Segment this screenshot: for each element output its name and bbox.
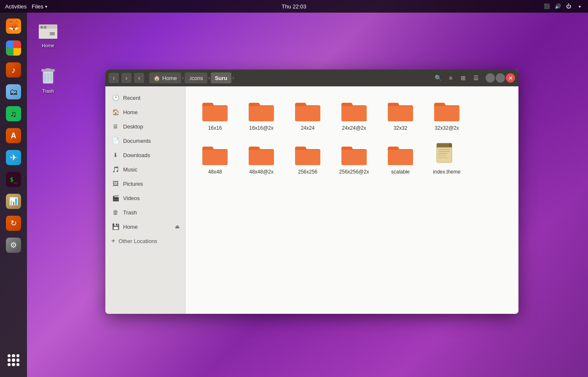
file-label-16x16at2x: 16x16@2x (249, 125, 274, 131)
file-item-32x32at2x[interactable]: 32x32@2x (426, 95, 468, 134)
file-item-48x48at2x[interactable]: 48x48@2x (240, 139, 282, 178)
power-icon[interactable]: ⏻ (565, 3, 572, 10)
folder-icon (433, 98, 460, 123)
update-icon: ↻ (6, 216, 21, 231)
file-item-24x24[interactable]: 24x24 (287, 95, 329, 134)
folder-icon (248, 142, 275, 166)
desktop-icon-trash[interactable]: Trash (31, 62, 65, 96)
svg-rect-17 (438, 155, 447, 156)
file-item-16x16at2x[interactable]: 16x16@2x (240, 95, 282, 134)
sidebar-item-videos[interactable]: 🎬 Videos (105, 191, 185, 205)
file-label-index-theme: index.theme (433, 169, 460, 175)
breadcrumb-suru[interactable]: Suru (211, 72, 232, 83)
sidebar-item-home[interactable]: 🏠 Home (105, 105, 185, 119)
dock-item-slides[interactable]: 📊 (3, 191, 24, 211)
files-icon: 🗂 (6, 84, 21, 99)
downloads-icon: ⬇ (112, 152, 119, 158)
menu-button[interactable]: ☰ (470, 72, 481, 83)
folder-icon (294, 142, 321, 166)
list-view-button[interactable]: ≡ (445, 72, 456, 83)
files-menu-button[interactable]: Files ▾ (32, 3, 47, 10)
application-dock: 🦊 ♪ 🗂 ♫ A ✈ $_ 📊 ↻ ⚙ (0, 13, 27, 377)
dock-item-chrome[interactable] (3, 38, 24, 58)
activities-button[interactable]: Activities (5, 3, 27, 10)
minimize-button[interactable]: — (486, 73, 495, 83)
screen-icon[interactable]: ⬛ (543, 3, 550, 10)
trash-icon-label: Trash (42, 88, 54, 94)
search-button[interactable]: 🔍 (432, 72, 443, 83)
dock-item-spotify[interactable]: ♫ (3, 104, 24, 124)
folder-icon (341, 142, 368, 166)
filemanager-body: 🕐 Recent 🏠 Home 🖥 Desktop 📄 Documents ⬇ … (105, 86, 518, 314)
dock-item-update[interactable]: ↻ (3, 213, 24, 233)
close-button[interactable]: ✕ (506, 73, 515, 83)
window-controls: — □ ✕ (486, 73, 515, 83)
file-item-16x16[interactable]: 16x16 (194, 95, 236, 134)
trash-sidebar-icon: 🗑 (112, 209, 119, 216)
file-item-32x32[interactable]: 32x32 (379, 95, 422, 134)
volume-icon[interactable]: 🔊 (554, 3, 561, 10)
slides-icon: 📊 (6, 194, 21, 209)
sidebar-item-music[interactable]: 🎵 Music (105, 162, 185, 176)
svg-rect-3 (44, 26, 46, 29)
home-drive-icon (37, 19, 59, 41)
dock-item-apt[interactable]: A (3, 126, 24, 146)
svg-rect-14 (438, 149, 450, 150)
home-breadcrumb-icon: 🏠 (153, 75, 160, 81)
sidebar-item-recent[interactable]: 🕐 Recent (105, 91, 185, 105)
nav-forward-button[interactable]: › (121, 73, 132, 83)
apt-icon: A (6, 128, 21, 143)
nav-back-button[interactable]: ‹ (109, 73, 119, 83)
file-label-256x256at2x: 256x256@2x (339, 169, 369, 175)
sidebar-item-desktop[interactable]: 🖥 Desktop (105, 119, 185, 134)
maximize-button[interactable]: □ (496, 73, 505, 83)
dock-item-terminal[interactable]: $_ (3, 169, 24, 190)
svg-rect-18 (438, 158, 448, 158)
show-applications-button[interactable] (3, 350, 24, 370)
file-label-24x24: 24x24 (301, 125, 315, 131)
folder-icon (248, 98, 275, 123)
file-item-256x256at2x[interactable]: 256x256@2x (333, 139, 375, 178)
desktop-icon-sidebar: 🖥 (112, 123, 119, 130)
trash-icon (37, 65, 59, 87)
file-item-48x48[interactable]: 48x48 (194, 139, 236, 178)
documents-icon: 📄 (112, 137, 119, 144)
breadcrumb-icons[interactable]: .icons (185, 72, 207, 83)
chrome-icon (6, 40, 21, 56)
dock-item-telegram[interactable]: ✈ (3, 147, 24, 168)
icon-view-button[interactable]: ⊞ (458, 72, 469, 83)
sidebar-item-documents[interactable]: 📄 Documents (105, 134, 185, 148)
home-sidebar-icon: 🏠 (112, 109, 119, 115)
dock-item-settings[interactable]: ⚙ (3, 235, 24, 255)
sidebar-item-other-locations[interactable]: + Other Locations (105, 234, 185, 248)
folder-icon (387, 142, 414, 166)
file-item-scalable[interactable]: scalable (379, 139, 422, 178)
breadcrumb: 🏠 Home › .icons › Suru › (149, 72, 427, 83)
sidebar-item-pictures[interactable]: 🖼 Pictures (105, 176, 185, 191)
folder-icon (201, 98, 228, 123)
file-item-24x24at2x[interactable]: 24x24@2x (333, 95, 375, 134)
titlebar: ‹ › ‹ 🏠 Home › .icons › Suru › 🔍 ≡ ⊞ ☰ — (105, 70, 518, 86)
file-grid: 16x16 16x16@2x 24x24 (194, 95, 510, 178)
nav-prev-button[interactable]: ‹ (134, 73, 144, 83)
spotify-icon: ♫ (6, 106, 21, 121)
firefox-icon: 🦊 (6, 19, 21, 34)
breadcrumb-home[interactable]: 🏠 Home (149, 72, 181, 83)
dock-item-rhythmbox[interactable]: ♪ (3, 60, 24, 80)
file-item-index-theme[interactable]: index.theme (426, 139, 468, 178)
folder-icon (294, 98, 321, 123)
terminal-icon: $_ (6, 172, 21, 187)
folder-icon (201, 142, 228, 166)
desktop-icon-home[interactable]: Home (31, 17, 65, 51)
file-area: 16x16 16x16@2x 24x24 (185, 86, 518, 314)
eject-button[interactable]: ⏏ (172, 222, 182, 231)
file-item-256x256[interactable]: 256x256 (287, 139, 329, 178)
topbar-arrow-icon[interactable]: ▾ (576, 3, 583, 10)
recent-icon: 🕐 (112, 94, 119, 101)
dock-item-files[interactable]: 🗂 (3, 82, 24, 102)
dock-item-firefox[interactable]: 🦊 (3, 16, 24, 36)
sidebar-device-home[interactable]: 💾 Home ⏏ (105, 219, 185, 234)
sidebar-item-downloads[interactable]: ⬇ Downloads (105, 148, 185, 162)
sidebar-item-trash[interactable]: 🗑 Trash (105, 205, 185, 219)
filemanager-window: ‹ › ‹ 🏠 Home › .icons › Suru › 🔍 ≡ ⊞ ☰ — (105, 70, 518, 314)
